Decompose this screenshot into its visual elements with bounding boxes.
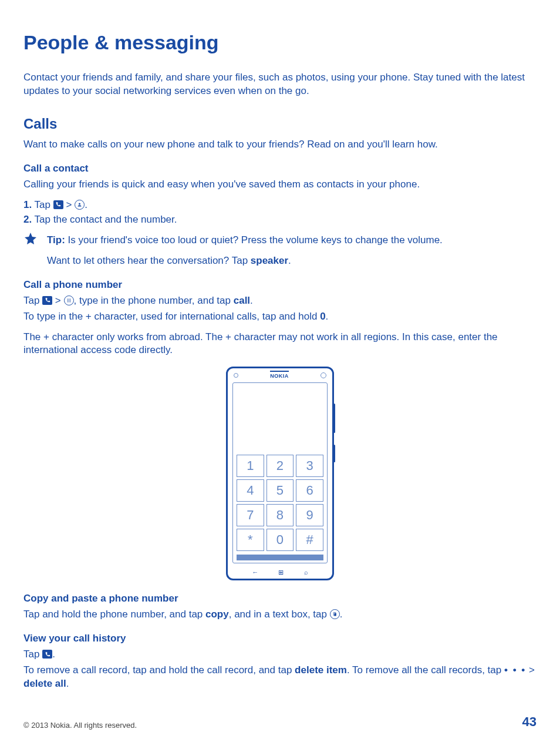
key-8: 8 <box>266 504 294 526</box>
svg-point-7 <box>67 301 68 303</box>
call-bar <box>237 555 323 560</box>
speaker-label: speaker <box>251 255 288 266</box>
svg-point-8 <box>68 301 69 303</box>
key-5: 5 <box>266 479 294 502</box>
back-icon: ← <box>252 568 258 577</box>
svg-point-4 <box>67 300 68 301</box>
step-number: 2. <box>23 214 32 225</box>
call-number-line2: To type in the + character, used for int… <box>23 310 537 324</box>
svg-point-6 <box>70 300 71 301</box>
call-number-heading: Call a phone number <box>23 278 537 292</box>
phone-icon <box>53 200 63 209</box>
phone-frame: NOKIA 1 2 3 4 5 6 7 8 9 * 0 # ← ⊞ <box>226 367 334 580</box>
dialpad-icon <box>64 295 74 305</box>
page-title: People & messaging <box>23 29 537 56</box>
display-area <box>233 383 327 455</box>
svg-point-1 <box>67 298 68 300</box>
phone-icon <box>42 296 52 305</box>
step-1: 1. Tap > . <box>23 199 537 212</box>
history-tap: Tap . <box>23 648 537 661</box>
tip-line2: Want to let others hear the conversation… <box>47 254 537 268</box>
delete-item-label: delete item <box>295 664 347 676</box>
key-1: 1 <box>237 455 264 477</box>
page-number: 43 <box>522 713 537 731</box>
call-contact-heading: Call a contact <box>23 162 537 176</box>
calls-heading: Calls <box>23 115 537 133</box>
step-number: 1. <box>23 199 32 210</box>
gt: > <box>63 199 75 210</box>
side-button <box>333 445 335 462</box>
keypad: 1 2 3 4 5 6 7 8 9 * 0 # <box>233 455 327 555</box>
phone-top: NOKIA <box>228 368 332 381</box>
copy-label: copy <box>205 609 229 620</box>
speaker-icon <box>321 372 326 378</box>
svg-point-3 <box>70 298 71 300</box>
paste-icon <box>330 609 340 619</box>
key-4: 4 <box>237 479 264 502</box>
key-hash: # <box>296 529 323 551</box>
call-number-line1: Tap > , type in the phone number, and ta… <box>23 294 537 308</box>
phone-navbar: ← ⊞ ⌕ <box>242 567 318 579</box>
phone-screen: 1 2 3 4 5 6 7 8 9 * 0 # <box>232 382 328 563</box>
key-6: 6 <box>296 479 323 502</box>
camera-icon <box>234 373 238 378</box>
history-heading: View your call history <box>23 632 537 646</box>
brand-label: NOKIA <box>270 371 289 379</box>
svg-point-2 <box>68 298 69 300</box>
phone-icon <box>42 650 52 659</box>
svg-point-5 <box>68 300 69 301</box>
intro-text: Contact your friends and family, and sha… <box>23 71 537 98</box>
home-icon: ⊞ <box>278 568 284 577</box>
step-text: Tap the contact and the number. <box>32 214 177 225</box>
history-remove: To remove a call record, tap and hold th… <box>23 664 537 691</box>
tip-block: Tip: Is your friend's voice too loud or … <box>23 231 537 275</box>
call-contact-intro: Calling your friends is quick and easy w… <box>23 178 537 192</box>
step-text: Tap <box>32 199 53 210</box>
step-2: 2. Tap the contact and the number. <box>23 213 537 227</box>
key-0: 0 <box>266 529 294 551</box>
key-7: 7 <box>237 504 264 526</box>
copy-paste-heading: Copy and paste a phone number <box>23 592 537 606</box>
dot: . <box>85 199 87 210</box>
delete-all-label: delete all <box>23 678 66 689</box>
key-2: 2 <box>266 455 294 477</box>
call-number-line3: The + character only works from abroad. … <box>23 331 537 358</box>
search-icon: ⌕ <box>304 568 308 577</box>
svg-point-0 <box>79 203 80 204</box>
star-icon <box>23 231 47 250</box>
calls-intro: Want to make calls on your new phone and… <box>23 138 537 152</box>
key-3: 3 <box>296 455 323 477</box>
page-footer: © 2013 Nokia. All rights reserved. 43 <box>23 708 537 731</box>
svg-point-9 <box>70 301 71 303</box>
copyright: © 2013 Nokia. All rights reserved. <box>23 720 137 731</box>
more-icon: • • • <box>504 664 526 676</box>
side-button <box>333 404 335 433</box>
copy-paste-line: Tap and hold the phone number, and tap c… <box>23 608 537 622</box>
svg-rect-11 <box>334 613 336 616</box>
call-label: call <box>234 295 250 306</box>
key-star: * <box>237 529 264 551</box>
tip-text: Is your friend's voice too loud or quiet… <box>65 234 443 246</box>
contacts-icon <box>75 200 85 210</box>
tip-line1: Tip: Is your friend's voice too loud or … <box>47 234 537 247</box>
phone-illustration: NOKIA 1 2 3 4 5 6 7 8 9 * 0 # ← ⊞ <box>23 367 537 580</box>
key-9: 9 <box>296 504 323 526</box>
tip-label: Tip: <box>47 234 65 246</box>
